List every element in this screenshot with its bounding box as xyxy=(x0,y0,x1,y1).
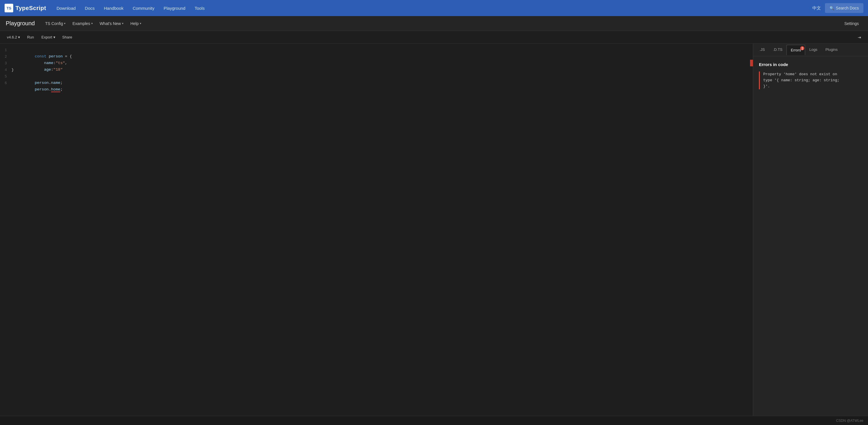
examples-chevron-icon: ▾ xyxy=(91,22,93,25)
export-chevron-icon: ▾ xyxy=(53,35,55,39)
line-number-5: 5 xyxy=(0,74,11,80)
tab-plugins[interactable]: Plugins xyxy=(822,44,842,55)
output-content: Errors in code Property 'home' does not … xyxy=(753,56,868,416)
tab-logs[interactable]: Logs xyxy=(805,44,821,55)
top-navigation: TS TypeScript Download Docs Handbook Com… xyxy=(0,0,868,16)
export-button[interactable]: Export ▾ xyxy=(38,34,58,40)
code-line-1: 1 const person = { xyxy=(0,47,753,54)
line-number-4: 4 xyxy=(0,67,11,73)
export-label: Export xyxy=(41,35,52,39)
tsconfig-menu[interactable]: TS Config ▾ xyxy=(42,20,69,28)
main-area: 1 const person = { 2 name:"ts", 3 age:"1… xyxy=(0,44,868,416)
run-button[interactable]: Run xyxy=(24,34,37,40)
code-line-2: 2 name:"ts", xyxy=(0,54,753,60)
errors-heading: Errors in code xyxy=(759,62,862,67)
collapse-panel-button[interactable]: ⇥ xyxy=(856,34,863,41)
code-line-5: 5 person.name; xyxy=(0,73,753,80)
error-message: Property 'home' does not exist ontype '{… xyxy=(763,71,839,89)
help-chevron-icon: ▾ xyxy=(140,22,141,25)
search-docs-label: Search Docs xyxy=(836,6,859,10)
line-content-4: } xyxy=(11,67,14,73)
version-selector[interactable]: v4.6.2 ▾ xyxy=(5,34,22,40)
nav-community[interactable]: Community xyxy=(128,0,159,16)
errors-badge: 1 xyxy=(800,46,804,50)
errors-tab-label: Errors xyxy=(791,48,801,52)
code-line-4: 4 } xyxy=(0,67,753,73)
whats-new-chevron-icon: ▾ xyxy=(122,22,123,25)
bottom-bar: CSDN @ATWLee xyxy=(0,416,868,425)
help-label: Help xyxy=(130,21,138,26)
search-docs-button[interactable]: 🔍 Search Docs xyxy=(825,3,863,13)
code-line-3: 3 age:"18" xyxy=(0,60,753,67)
nav-download[interactable]: Download xyxy=(52,0,81,16)
tsconfig-chevron-icon: ▾ xyxy=(64,22,65,25)
code-editor[interactable]: 1 const person = { 2 name:"ts", 3 age:"1… xyxy=(0,44,753,416)
editor-toolbar: v4.6.2 ▾ Run Export ▾ Share ⇥ xyxy=(0,31,868,44)
tab-errors[interactable]: Errors 1 xyxy=(786,45,805,55)
tab-dts[interactable]: .D.TS xyxy=(769,44,786,55)
line-number-1: 1 xyxy=(0,48,11,53)
credit-text: CSDN @ATWLee xyxy=(836,419,863,423)
nav-playground[interactable]: Playground xyxy=(159,0,190,16)
search-icon: 🔍 xyxy=(830,6,834,10)
nav-handbook[interactable]: Handbook xyxy=(99,0,128,16)
language-switch[interactable]: 中文 xyxy=(808,5,825,11)
secondary-navigation: Playground TS Config ▾ Examples ▾ What's… xyxy=(0,16,868,31)
code-line-6: 6 person.home; xyxy=(0,80,753,87)
line-content-6: person.home; xyxy=(11,80,63,99)
line-number-3: 3 xyxy=(0,61,11,67)
settings-button[interactable]: Settings xyxy=(841,20,862,28)
error-scroll-indicator xyxy=(750,60,753,66)
typescript-logo-icon: TS xyxy=(5,4,13,12)
whats-new-menu[interactable]: What's New ▾ xyxy=(96,20,127,28)
error-border-indicator xyxy=(759,71,760,89)
version-chevron-icon: ▾ xyxy=(18,35,20,39)
code-editor-area[interactable]: 1 const person = { 2 name:"ts", 3 age:"1… xyxy=(0,44,753,416)
examples-label: Examples xyxy=(72,21,90,26)
examples-menu[interactable]: Examples ▾ xyxy=(69,20,96,28)
output-panel: .JS .D.TS Errors 1 Logs Plugins Errors i… xyxy=(753,44,868,416)
version-label: v4.6.2 xyxy=(7,35,17,39)
line-number-2: 2 xyxy=(0,54,11,60)
nav-tools[interactable]: Tools xyxy=(190,0,209,16)
logo-area[interactable]: TS TypeScript xyxy=(5,4,46,12)
typescript-logo-text: TypeScript xyxy=(16,5,46,11)
share-button[interactable]: Share xyxy=(59,34,75,40)
tsconfig-label: TS Config xyxy=(45,21,63,26)
nav-docs[interactable]: Docs xyxy=(81,0,99,16)
playground-title: Playground xyxy=(6,20,35,27)
whats-new-label: What's New xyxy=(100,21,121,26)
line-number-6: 6 xyxy=(0,81,11,86)
output-tabs: .JS .D.TS Errors 1 Logs Plugins xyxy=(753,44,868,56)
tab-js[interactable]: .JS xyxy=(755,44,769,55)
error-block: Property 'home' does not exist ontype '{… xyxy=(759,71,862,89)
help-menu[interactable]: Help ▾ xyxy=(127,20,145,28)
